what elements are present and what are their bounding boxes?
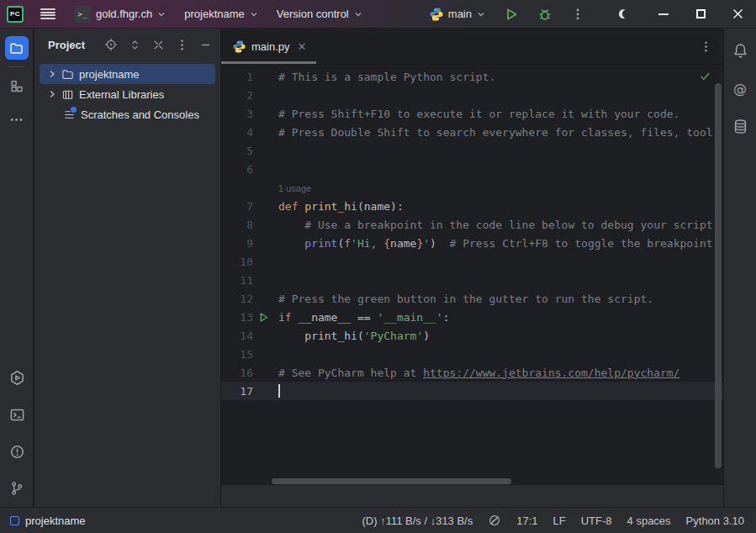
line-number[interactable]: 12: [221, 293, 253, 305]
panel-options-icon[interactable]: [176, 39, 188, 51]
more-tool-windows-button[interactable]: [5, 108, 29, 131]
debug-button[interactable]: [537, 7, 552, 22]
project-switcher[interactable]: >_ gold.fhgr.ch: [74, 6, 166, 23]
code-line-2[interactable]: 2: [221, 86, 723, 104]
tab-close-icon[interactable]: ✕: [298, 40, 307, 53]
more-actions-icon[interactable]: [571, 8, 584, 21]
project-module-icon: [10, 516, 19, 525]
python-logo-icon: [233, 40, 246, 53]
tool-window-project-button[interactable]: [5, 36, 29, 60]
vertical-scrollbar[interactable]: [715, 83, 722, 468]
expand-all-icon[interactable]: [129, 39, 141, 51]
run-line-icon[interactable]: [258, 312, 269, 323]
run-configuration-select[interactable]: main: [430, 8, 485, 21]
tool-window-problems-button[interactable]: [5, 440, 29, 463]
code-line-16[interactable]: 16# See PyCharm help at https://www.jetb…: [221, 363, 723, 382]
more-icon: [9, 113, 24, 127]
vcs-menu[interactable]: Version control: [277, 8, 362, 20]
collapse-all-icon[interactable]: [152, 39, 165, 51]
line-number[interactable]: 8: [221, 219, 253, 231]
code-line-15[interactable]: 15: [221, 345, 723, 363]
code-line-5[interactable]: 5: [221, 141, 723, 160]
minimize-button[interactable]: [645, 2, 682, 27]
ai-assistant-button[interactable]: @: [728, 77, 752, 100]
tool-window-git-button[interactable]: [5, 477, 29, 500]
select-opened-file-icon[interactable]: [104, 38, 118, 51]
libraries-icon: [61, 88, 74, 101]
line-number[interactable]: 9: [221, 237, 253, 250]
line-number[interactable]: 11: [221, 274, 253, 287]
horizontal-scrollbar[interactable]: [272, 478, 511, 484]
line-number[interactable]: 10: [221, 256, 253, 268]
code-line-10[interactable]: 10: [221, 252, 723, 271]
hide-panel-icon[interactable]: [199, 39, 212, 51]
code-line-13[interactable]: 13if __name__ == '__main__':: [221, 308, 723, 326]
highlighting-off-icon[interactable]: [488, 514, 501, 527]
notifications-button[interactable]: [728, 39, 752, 62]
folder-icon: [9, 41, 24, 55]
chevron-right-icon[interactable]: [46, 88, 58, 100]
chevron-right-icon[interactable]: [46, 68, 58, 80]
run-configuration-label: main: [448, 8, 472, 20]
code-line-4[interactable]: 4# Press Double Shift to search everywhe…: [221, 123, 723, 141]
tool-window-services-button[interactable]: [5, 366, 29, 389]
line-number[interactable]: 6: [221, 163, 253, 176]
code-line-12[interactable]: 12# Press the green button in the gutter…: [221, 289, 723, 308]
indent-widget[interactable]: 4 spaces: [627, 515, 671, 527]
statusbar-project-widget[interactable]: projektname: [10, 515, 86, 527]
code-line-7[interactable]: 7def print_hi(name):: [221, 197, 723, 215]
maximize-icon: [696, 9, 706, 18]
line-number[interactable]: 17: [221, 385, 253, 398]
interpreter-widget[interactable]: Python 3.10: [686, 515, 744, 527]
encoding-widget[interactable]: UTF-8: [581, 515, 612, 527]
line-number[interactable]: 7: [221, 200, 253, 213]
close-icon: [732, 8, 743, 19]
usage-inlay-hint[interactable]: 1 usage: [278, 183, 311, 193]
tree-item-scratches[interactable]: Scratches and Consoles: [40, 104, 215, 124]
code-line-11[interactable]: 11: [221, 271, 723, 289]
tree-item-label: Scratches and Consoles: [81, 108, 199, 121]
line-number[interactable]: 3: [221, 108, 253, 120]
tree-item-external-libraries[interactable]: External Libraries: [40, 84, 215, 104]
code-line-8[interactable]: 8 # Use a breakpoint in the code line be…: [221, 215, 723, 234]
module-menu[interactable]: projektname: [184, 8, 258, 20]
tool-window-terminal-button[interactable]: [5, 403, 29, 426]
network-speed-widget[interactable]: (D) ↑111 B/s / ↓313 B/s: [362, 515, 473, 527]
line-number[interactable]: 5: [221, 145, 253, 157]
code-line-6[interactable]: 6: [221, 160, 723, 178]
main-menu-icon[interactable]: [40, 8, 56, 19]
code-line-3[interactable]: 3# Press Shift+F10 to execute it or repl…: [221, 104, 723, 123]
left-tool-strip: [0, 29, 34, 507]
tree-item-label: projektname: [79, 68, 140, 81]
code-line-1[interactable]: 1# This is a sample Python script.: [221, 67, 723, 86]
ai-assistant-icon: @: [733, 81, 747, 97]
code-editor[interactable]: 1# This is a sample Python script.23# Pr…: [221, 65, 723, 485]
tab-options-icon[interactable]: [700, 40, 712, 53]
line-number[interactable]: 16: [221, 367, 253, 379]
maximize-button[interactable]: [682, 2, 719, 27]
status-bar: projektname (D) ↑111 B/s / ↓313 B/s 17:1…: [0, 507, 756, 533]
caret-position-widget[interactable]: 17:1: [516, 515, 537, 527]
code-line-9[interactable]: 9 print(f'Hi, {name}') # Press Ctrl+F8 t…: [221, 234, 723, 252]
inspection-ok-icon[interactable]: [699, 70, 711, 82]
theme-toggle-button[interactable]: [608, 2, 645, 27]
code-line-17[interactable]: 17: [221, 382, 723, 400]
database-button[interactable]: [728, 114, 752, 138]
line-number[interactable]: 2: [221, 89, 253, 102]
vcs-label: Version control: [277, 8, 349, 20]
line-number[interactable]: 1: [221, 71, 253, 83]
line-separator-widget[interactable]: LF: [553, 515, 566, 527]
line-number[interactable]: 15: [221, 348, 253, 361]
close-button[interactable]: [719, 2, 756, 27]
tool-window-structure-button[interactable]: [5, 74, 29, 98]
line-number[interactable]: 13: [221, 311, 253, 324]
line-number[interactable]: 4: [221, 126, 253, 139]
minimize-icon: [658, 13, 669, 15]
line-number[interactable]: 14: [221, 330, 253, 342]
module-label: projektname: [184, 8, 245, 20]
run-button[interactable]: [504, 7, 519, 22]
code-line-14[interactable]: 14 print_hi('PyCharm'): [221, 326, 723, 345]
tree-item-projektname[interactable]: projektname: [40, 64, 215, 84]
statusbar-project-label: projektname: [25, 515, 86, 527]
tab-main-py[interactable]: main.py ✕: [221, 29, 316, 64]
